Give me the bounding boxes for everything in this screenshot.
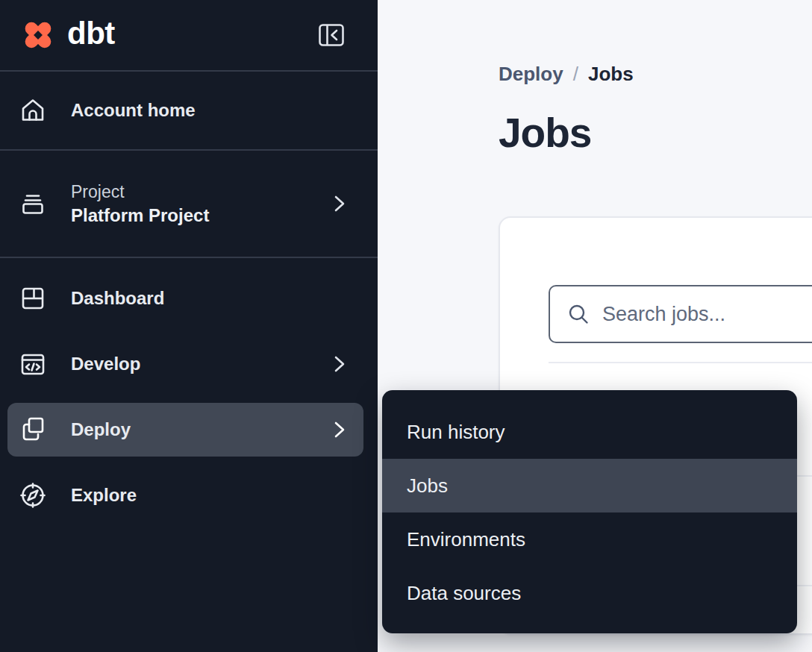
menu-item-environments[interactable]: Environments [382, 512, 797, 566]
project-selector-text: Project Platform Project [71, 182, 209, 226]
collapse-sidebar-button[interactable] [318, 22, 345, 48]
deploy-flyout-menu: Run history Jobs Environments Data sourc… [382, 390, 797, 633]
project-icon [18, 189, 48, 219]
sidebar-header: dbt [0, 0, 378, 72]
sidebar-item-label: Deploy [71, 419, 131, 440]
breadcrumb-current: Jobs [588, 63, 634, 86]
sidebar-item-label: Explore [71, 485, 137, 506]
chevron-right-icon [334, 195, 345, 213]
sidebar-item-deploy[interactable]: Deploy [7, 403, 363, 457]
menu-item-run-history[interactable]: Run history [382, 405, 797, 459]
develop-icon [18, 349, 48, 379]
sidebar-item-project[interactable]: Project Platform Project [0, 151, 378, 258]
project-label: Project [71, 182, 209, 202]
breadcrumb: Deploy / Jobs [499, 63, 634, 86]
home-icon [18, 95, 48, 125]
dashboard-icon [18, 283, 48, 313]
menu-item-data-sources[interactable]: Data sources [382, 566, 797, 620]
project-name: Platform Project [71, 205, 209, 226]
collapse-sidebar-icon [318, 22, 345, 48]
chevron-right-icon [334, 421, 345, 439]
dbt-logo[interactable]: dbt [20, 17, 115, 53]
dbt-logo-mark-icon [20, 17, 56, 53]
sidebar-item-dashboard[interactable]: Dashboard [0, 266, 378, 331]
search-icon [566, 302, 590, 326]
breadcrumb-separator: / [573, 63, 578, 86]
app-window: dbt Account home [0, 0, 812, 652]
sidebar-item-label: Develop [71, 354, 140, 374]
sidebar-item-explore[interactable]: Explore [0, 463, 378, 528]
deploy-icon [18, 415, 48, 445]
sidebar-item-develop[interactable]: Develop [0, 331, 378, 397]
breadcrumb-deploy-link[interactable]: Deploy [499, 63, 563, 86]
sidebar-item-label: Account home [71, 100, 196, 121]
explore-icon [18, 480, 48, 510]
sidebar-item-label: Dashboard [71, 288, 164, 309]
sidebar-nav: Dashboard Develop [0, 258, 378, 528]
card-divider [549, 362, 812, 363]
sidebar-item-account-home[interactable]: Account home [0, 72, 378, 151]
dbt-logo-text: dbt [67, 18, 115, 52]
page-title: Jobs [499, 109, 591, 157]
search-box [549, 285, 812, 343]
sidebar: dbt Account home [0, 0, 378, 652]
menu-item-jobs[interactable]: Jobs [382, 459, 797, 512]
search-input[interactable] [602, 303, 812, 326]
chevron-right-icon [334, 355, 345, 373]
